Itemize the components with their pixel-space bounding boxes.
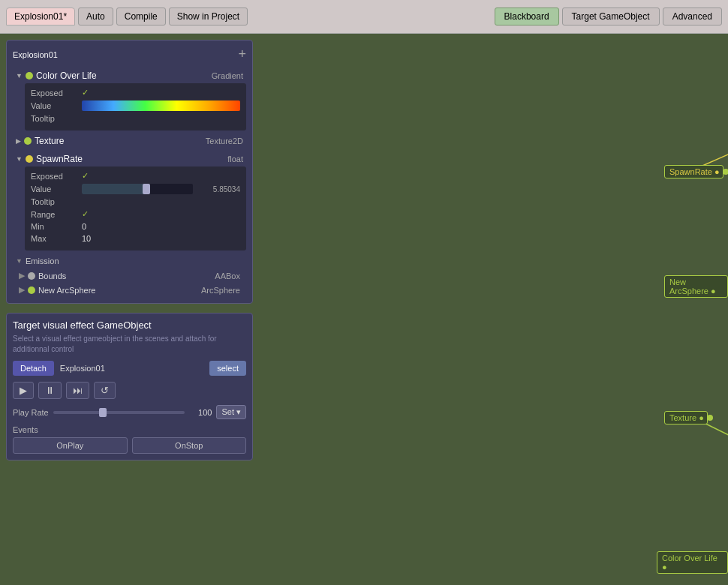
collapse-arrow: ▼ xyxy=(16,155,23,163)
main-area: Explosion01 + ▼ Color Over Life Gradient… xyxy=(0,34,728,585)
module-texture-header[interactable]: ▶ Texture Texture2D xyxy=(13,134,246,148)
collapse-arrow: ▼ xyxy=(16,72,23,80)
arcsphere-external-node[interactable]: New ArcSphere ● xyxy=(664,275,728,298)
module-type: Texture2D xyxy=(206,136,243,146)
slider-value: 5.85034 xyxy=(199,185,240,194)
exposed-label: Exposed xyxy=(31,172,76,181)
playback-row: ▶ ⏸ ⏭ ↺ xyxy=(13,382,246,399)
target-gameobject-button[interactable]: Target GameObject xyxy=(562,8,660,26)
set-rate-button[interactable]: Set ▾ xyxy=(216,405,246,419)
spawnrate-external-node[interactable]: SpawnRate ● xyxy=(664,165,723,178)
onstop-button[interactable]: OnStop xyxy=(132,437,247,454)
rate-row: Play Rate 100 Set ▾ xyxy=(13,405,246,419)
inspector-title: Explosion01 xyxy=(13,50,58,59)
max-label: Max xyxy=(31,234,76,243)
value-slider[interactable] xyxy=(82,184,193,194)
rate-label: Play Rate xyxy=(13,408,49,417)
pause-button[interactable]: ⏸ xyxy=(38,382,62,399)
detach-row: Detach Explosion01 select xyxy=(13,361,246,376)
tooltip-row: Tooltip xyxy=(31,114,240,123)
module-spawnrate-content: Exposed ✓ Value 5.85034 Tooltip xyxy=(25,166,246,250)
min-row: Min 0 xyxy=(31,222,240,231)
value-label: Value xyxy=(31,101,76,110)
left-panel: Explosion01 + ▼ Color Over Life Gradient… xyxy=(0,34,259,585)
onplay-button[interactable]: OnPlay xyxy=(13,437,128,454)
expand-arrow: ▶ xyxy=(19,271,25,280)
detach-button[interactable]: Detach xyxy=(13,361,54,376)
module-name: Texture xyxy=(35,136,64,146)
range-check[interactable]: ✓ xyxy=(82,209,89,219)
bounds-label: Bounds xyxy=(38,272,66,280)
rate-slider[interactable] xyxy=(53,411,185,414)
exposed-row: Exposed ✓ xyxy=(31,88,240,98)
emission-section-header[interactable]: ▼ Emission xyxy=(13,254,246,268)
exposed-row: Exposed ✓ xyxy=(31,171,240,181)
tooltip-label: Tooltip xyxy=(31,114,76,123)
max-row: Max 10 xyxy=(31,234,240,243)
auto-button[interactable]: Auto xyxy=(78,8,113,26)
collapse-arrow: ▶ xyxy=(16,137,21,145)
module-color-over-life: ▼ Color Over Life Gradient Exposed ✓ Val… xyxy=(13,68,246,130)
events-row: OnPlay OnStop xyxy=(13,437,246,454)
arcsphere-dot xyxy=(28,286,35,294)
module-texture: ▶ Texture Texture2D xyxy=(13,134,246,148)
show-in-project-button[interactable]: Show in Project xyxy=(169,8,248,26)
color-gradient-bar[interactable] xyxy=(82,100,240,111)
range-row: Range ✓ xyxy=(31,209,240,219)
module-color-over-life-content: Exposed ✓ Value Tooltip xyxy=(25,83,246,130)
module-enable-dot[interactable] xyxy=(26,72,33,80)
value-row: Value xyxy=(31,100,240,111)
emission-label: Emission xyxy=(26,256,59,266)
active-tab[interactable]: Explosion01* xyxy=(6,8,75,26)
node-graph[interactable]: Start loop ⚡ Spawn Constant Spawn Rate ⚙… xyxy=(259,34,728,585)
arcsphere-label: New ArcSphere xyxy=(38,286,95,295)
expand-arrow: ▼ xyxy=(16,257,23,265)
topbar: Explosion01* Auto Compile Show in Projec… xyxy=(0,0,728,34)
module-type: float xyxy=(227,154,243,164)
target-title: Target visual effect GameObject xyxy=(13,320,246,331)
target-panel: Target visual effect GameObject Select a… xyxy=(6,313,253,460)
bounds-type: AABox xyxy=(215,272,240,280)
module-spawnrate-header[interactable]: ▼ SpawnRate float xyxy=(13,152,246,166)
ext-out-dot xyxy=(723,169,728,175)
inspector-panel: Explosion01 + ▼ Color Over Life Gradient… xyxy=(6,40,253,304)
blackboard-button[interactable]: Blackboard xyxy=(495,8,559,26)
arcsphere-submodule[interactable]: ▶ New ArcSphere ArcSphere xyxy=(13,283,246,297)
topbar-right: Blackboard Target GameObject Advanced xyxy=(495,8,722,26)
min-label: Min xyxy=(31,222,76,231)
rate-value: 100 xyxy=(189,408,212,417)
exposed-label: Exposed xyxy=(31,88,76,98)
module-name: SpawnRate xyxy=(36,154,83,164)
select-button[interactable]: select xyxy=(209,361,246,376)
ext-texture-out xyxy=(707,415,713,421)
restart-button[interactable]: ↺ xyxy=(94,382,116,399)
expand-arrow: ▶ xyxy=(19,285,25,295)
exposed-check[interactable]: ✓ xyxy=(82,88,89,98)
add-module-button[interactable]: + xyxy=(238,46,246,62)
events-label: Events xyxy=(13,425,246,434)
tooltip-label: Tooltip xyxy=(31,197,76,206)
module-spawnrate: ▼ SpawnRate float Exposed ✓ Value xyxy=(13,152,246,250)
compile-button[interactable]: Compile xyxy=(116,8,166,26)
play-button[interactable]: ▶ xyxy=(13,382,34,399)
step-button[interactable]: ⏭ xyxy=(66,382,89,399)
module-enable-dot[interactable] xyxy=(26,155,33,163)
module-color-over-life-header[interactable]: ▼ Color Over Life Gradient xyxy=(13,68,246,83)
arcsphere-type: ArcSphere xyxy=(201,286,240,295)
module-enable-dot[interactable] xyxy=(24,137,32,145)
target-subtitle: Select a visual effect gameobject in the… xyxy=(13,334,246,355)
bounds-dot xyxy=(28,272,35,280)
ext-spawnrate-label: SpawnRate ● xyxy=(669,167,720,176)
tooltip-row: Tooltip xyxy=(31,197,240,206)
coloroverlife-external-node[interactable]: Color Over Life ● xyxy=(657,551,728,574)
module-type: Gradient xyxy=(212,71,243,80)
value-row: Value 5.85034 xyxy=(31,184,240,194)
advanced-button[interactable]: Advanced xyxy=(663,8,722,26)
bounds-submodule[interactable]: ▶ Bounds AABox xyxy=(13,268,246,283)
range-label: Range xyxy=(31,210,76,219)
ext-col-label: Color Over Life ● xyxy=(662,554,724,572)
module-name: Color Over Life xyxy=(36,70,97,81)
ext-texture-label: Texture ● xyxy=(669,413,704,422)
texture-external-node[interactable]: Texture ● xyxy=(664,411,708,424)
exposed-check[interactable]: ✓ xyxy=(82,171,89,181)
